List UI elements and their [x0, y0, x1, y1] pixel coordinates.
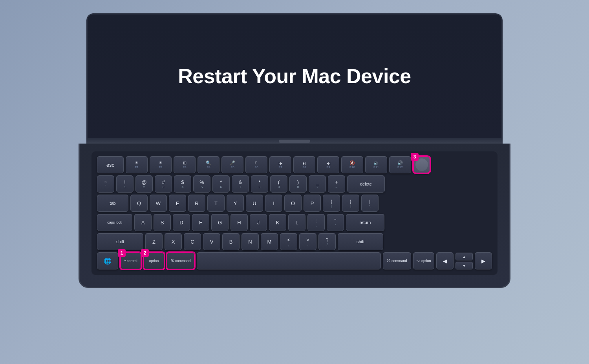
key-p[interactable]: P — [304, 195, 321, 212]
key-6[interactable]: ^ 6 — [212, 175, 230, 193]
key-m[interactable]: M — [261, 233, 278, 250]
key-w[interactable]: W — [150, 195, 167, 212]
key-0[interactable]: ) 0 — [289, 175, 307, 193]
key-7[interactable]: & 7 — [232, 175, 249, 193]
key-e[interactable]: E — [169, 195, 186, 212]
key-k[interactable]: K — [269, 214, 286, 231]
arrow-keys: ◀ ▲ ▼ ▶ — [436, 252, 492, 269]
number-row: ~ ` ! 1 @ 2 # 3 $ 4 — [97, 175, 492, 193]
key-comma[interactable]: < , — [280, 233, 297, 250]
key-f3[interactable]: ⊞ F3 — [174, 156, 196, 173]
key-f[interactable]: F — [192, 214, 209, 231]
key-f6[interactable]: ☾ F6 — [245, 156, 267, 173]
fn-row: esc ☀ F1 ☀ F2 ⊞ F3 🔍 F4 — [97, 156, 492, 173]
key-t[interactable]: T — [207, 195, 225, 212]
key-1[interactable]: ! 1 — [116, 175, 134, 193]
key-n[interactable]: N — [241, 233, 259, 250]
key-a[interactable]: A — [134, 214, 152, 231]
key-y[interactable]: Y — [227, 195, 244, 212]
key-arrow-down[interactable]: ▼ — [455, 262, 473, 269]
key-j[interactable]: J — [250, 214, 267, 231]
keyboard: esc ☀ F1 ☀ F2 ⊞ F3 🔍 F4 — [91, 151, 498, 275]
key-rbracket[interactable]: } ] — [342, 195, 359, 212]
key-x[interactable]: X — [165, 233, 182, 250]
key-b[interactable]: B — [222, 233, 240, 250]
hinge-notch — [279, 140, 310, 143]
key-l[interactable]: L — [288, 214, 305, 231]
key-command-left[interactable]: ⌘ command — [166, 252, 195, 269]
key-return[interactable]: return — [346, 214, 384, 231]
control-key-wrapper: 1 ^ control — [120, 252, 141, 269]
key-g[interactable]: G — [211, 214, 229, 231]
key-f11[interactable]: 🔉 F11 — [365, 156, 387, 173]
key-tab[interactable]: tab — [97, 195, 128, 212]
key-f7[interactable]: ⏮ F7 — [269, 156, 291, 173]
key-backtick[interactable]: ~ ` — [97, 175, 114, 193]
key-period[interactable]: > . — [299, 233, 316, 250]
key-backslash[interactable]: | \ — [361, 195, 379, 212]
key-minus[interactable]: _ - — [309, 175, 326, 193]
a-row: caps lock A S D F G H J K L : ; " ' — [97, 214, 492, 231]
key-9[interactable]: ( 9 — [270, 175, 287, 193]
q-row: tab Q W E R T Y U I O P { [ } ] — [97, 195, 492, 212]
key-f2[interactable]: ☀ F2 — [150, 156, 172, 173]
key-caps-lock[interactable]: caps lock — [97, 214, 132, 231]
key-h[interactable]: H — [230, 214, 248, 231]
key-5[interactable]: % 5 — [193, 175, 210, 193]
key-v[interactable]: V — [203, 233, 220, 250]
key-f1[interactable]: ☀ F1 — [126, 156, 148, 173]
key-f4[interactable]: 🔍 F4 — [198, 156, 220, 173]
badge-3: 3 — [411, 153, 419, 161]
key-globe[interactable]: 🌐 — [97, 252, 118, 269]
key-f5[interactable]: 🎤 F5 — [221, 156, 243, 173]
key-d[interactable]: D — [173, 214, 190, 231]
key-command-right[interactable]: ⌘ command — [383, 252, 411, 269]
key-u[interactable]: U — [246, 195, 263, 212]
hinge — [86, 139, 503, 144]
key-q[interactable]: Q — [130, 195, 148, 212]
key-2[interactable]: @ 2 — [135, 175, 153, 193]
key-shift-left[interactable]: shift — [97, 233, 143, 250]
keyboard-base: esc ☀ F1 ☀ F2 ⊞ F3 🔍 F4 — [79, 144, 510, 288]
key-equals[interactable]: + = — [328, 175, 345, 193]
key-delete[interactable]: delete — [347, 175, 385, 193]
key-s[interactable]: S — [154, 214, 171, 231]
key-esc[interactable]: esc — [97, 156, 124, 173]
laptop-container: Restart Your Mac Device esc ☀ F1 ☀ F2 — [79, 13, 510, 351]
arrow-vert: ▲ ▼ — [455, 253, 473, 269]
key-arrow-right[interactable]: ▶ — [475, 252, 492, 269]
key-slash[interactable]: ? / — [318, 233, 336, 250]
key-8[interactable]: * 8 — [251, 175, 268, 193]
key-i[interactable]: I — [265, 195, 282, 212]
key-r[interactable]: R — [188, 195, 205, 212]
key-arrow-up[interactable]: ▲ — [455, 253, 473, 260]
key-semicolon[interactable]: : ; — [307, 214, 325, 231]
key-z[interactable]: Z — [145, 233, 163, 250]
badge-2: 2 — [141, 249, 149, 257]
key-arrow-left[interactable]: ◀ — [436, 252, 454, 269]
screen-lid: Restart Your Mac Device — [86, 13, 503, 139]
key-option-right[interactable]: ⌥ option — [413, 252, 434, 269]
key-4[interactable]: $ 4 — [174, 175, 191, 193]
z-row: shift Z X C V B N M < , > . ? — [97, 233, 492, 250]
badge-1: 1 — [118, 249, 126, 257]
screen-title: Restart Your Mac Device — [178, 64, 411, 88]
key-f12[interactable]: 🔊 F12 — [389, 156, 411, 173]
key-f9[interactable]: ⏭ F9 — [317, 156, 339, 173]
key-c[interactable]: C — [184, 233, 201, 250]
key-f8[interactable]: ⏯ F8 — [293, 156, 315, 173]
option-left-key-wrapper: 2 option — [143, 252, 165, 269]
key-quote[interactable]: " ' — [327, 214, 344, 231]
key-lbracket[interactable]: { [ — [323, 195, 340, 212]
key-spacebar[interactable] — [197, 252, 381, 269]
key-o[interactable]: O — [284, 195, 302, 212]
key-3[interactable]: # 3 — [155, 175, 172, 193]
key-shift-right[interactable]: shift — [338, 233, 383, 250]
bottom-row: 🌐 1 ^ control 2 option — [97, 252, 492, 269]
power-key-container: 3 — [413, 156, 430, 173]
key-f10[interactable]: 🔇 F10 — [341, 156, 363, 173]
